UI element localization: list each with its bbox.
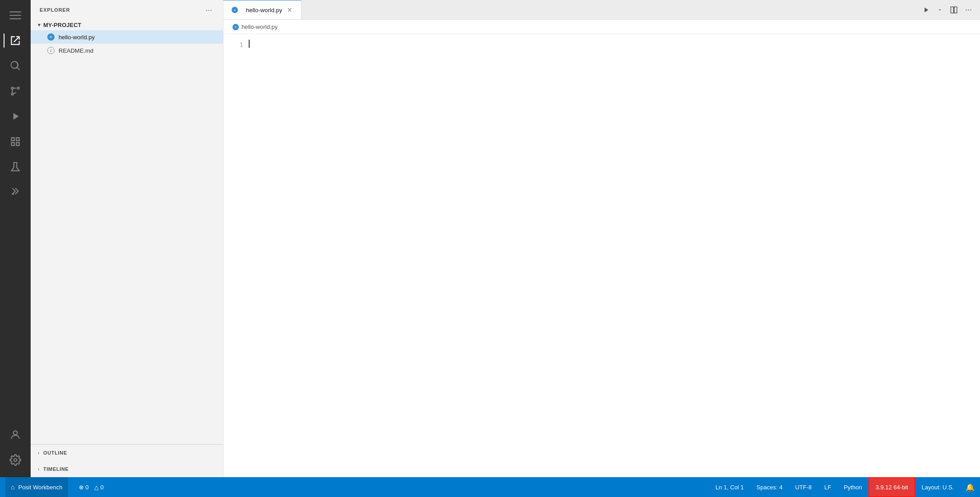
run-button[interactable] [919, 3, 933, 17]
file-name-readme: README.md [59, 47, 93, 54]
project-chevron-icon: ▾ [38, 22, 41, 28]
status-bar: ⌂ Posit Workbench ⊗ 0 △ 0 Ln 1, Col 1 Sp… [0, 477, 980, 497]
explorer-icon[interactable] [4, 29, 27, 52]
sidebar-header: EXPLORER ··· [31, 0, 223, 20]
remote-icon[interactable] [4, 180, 27, 204]
tab-bar: ≈ hello-world.py ✕ [223, 0, 980, 20]
settings-icon[interactable] [4, 448, 27, 472]
file-list: ≈ hello-world.py i README.md [31, 30, 223, 57]
tab-hello-world[interactable]: ≈ hello-world.py ✕ [223, 0, 301, 19]
svg-point-4 [17, 87, 19, 89]
extensions-icon[interactable] [4, 130, 27, 153]
cursor-line [249, 40, 980, 48]
status-python-version[interactable]: 3.9.12 64-bit [868, 477, 915, 497]
project-section: ▾ MY-PROJECT ≈ hello-world.py i REA [31, 20, 223, 57]
code-area[interactable] [249, 34, 980, 477]
source-control-icon[interactable] [4, 79, 27, 103]
warning-icon: △ [94, 484, 99, 491]
breadcrumb-filename[interactable]: hello-world.py [242, 23, 278, 30]
error-icon: ⊗ [79, 484, 84, 491]
run-dropdown-button[interactable] [934, 5, 945, 15]
status-errors: ⊗ 0 △ 0 [75, 484, 107, 491]
timeline-label: TIMELINE [43, 466, 69, 472]
sidebar-title: EXPLORER [40, 7, 70, 13]
text-cursor [249, 40, 250, 48]
activity-bar-bottom [4, 423, 27, 477]
status-line-ending[interactable]: LF [818, 477, 838, 497]
status-layout[interactable]: Layout: U.S. [915, 477, 960, 497]
bell-icon[interactable]: 🔔 [960, 477, 980, 497]
more-actions-button[interactable]: ··· [962, 2, 975, 17]
breadcrumb-bar: ≈ hello-world.py [223, 20, 980, 34]
account-icon[interactable] [4, 423, 27, 446]
warning-count-value: 0 [100, 484, 104, 491]
svg-rect-1 [9, 15, 21, 16]
breadcrumb-python-icon: ≈ [232, 24, 239, 30]
warning-count[interactable]: △ 0 [94, 484, 104, 491]
outline-chevron-icon: › [38, 451, 40, 456]
line-numbers: 1 [223, 34, 249, 477]
svg-point-8 [14, 459, 17, 462]
error-count-value: 0 [86, 484, 89, 491]
hamburger-menu-icon[interactable] [4, 4, 27, 27]
editor-area: ≈ hello-world.py ✕ [223, 0, 980, 477]
posit-workbench-status[interactable]: ⌂ Posit Workbench [5, 477, 68, 497]
status-language[interactable]: Python [838, 477, 868, 497]
svg-point-7 [14, 431, 18, 435]
sidebar-more-button[interactable]: ··· [204, 4, 214, 17]
line-number-1: 1 [223, 40, 243, 50]
tab-close-button[interactable]: ✕ [286, 6, 294, 14]
status-left: ⌂ Posit Workbench ⊗ 0 △ 0 [0, 477, 107, 497]
readme-file-icon: i [47, 46, 55, 55]
timeline-chevron-icon: › [38, 467, 40, 472]
status-spaces[interactable]: Spaces: 4 [750, 477, 789, 497]
split-editor-button[interactable] [947, 3, 961, 17]
outline-label: OUTLINE [43, 450, 67, 456]
tab-python-icon: ≈ [231, 6, 239, 14]
file-item-hello-world[interactable]: ≈ hello-world.py [31, 30, 223, 44]
outline-section-header[interactable]: › OUTLINE [31, 445, 223, 461]
file-name-hello-world: hello-world.py [59, 34, 95, 41]
status-encoding[interactable]: UTF-8 [789, 477, 818, 497]
tab-bar-actions: ··· [919, 2, 980, 17]
status-right: Ln 1, Col 1 Spaces: 4 UTF-8 LF Python 3.… [709, 477, 980, 497]
activity-bar-top [4, 4, 27, 423]
svg-point-3 [11, 93, 13, 95]
project-header[interactable]: ▾ MY-PROJECT [31, 20, 223, 30]
sidebar-content: ▾ MY-PROJECT ≈ hello-world.py i REA [31, 20, 223, 444]
search-icon[interactable] [4, 54, 27, 78]
file-item-readme[interactable]: i README.md [31, 44, 223, 57]
timeline-section-header[interactable]: › TIMELINE [31, 461, 223, 477]
error-count[interactable]: ⊗ 0 [79, 484, 89, 491]
activity-bar [0, 0, 31, 477]
python-file-icon: ≈ [47, 33, 55, 41]
lab-icon[interactable] [4, 155, 27, 179]
sidebar: EXPLORER ··· ▾ MY-PROJECT ≈ hello-world.… [31, 0, 223, 477]
project-name: MY-PROJECT [43, 22, 82, 28]
editor-content[interactable]: 1 [223, 34, 980, 477]
sidebar-bottom: › OUTLINE › TIMELINE [31, 444, 223, 477]
posit-workbench-label: Posit Workbench [18, 484, 62, 491]
tab-label: hello-world.py [246, 7, 282, 14]
run-debug-icon[interactable] [4, 105, 27, 128]
svg-rect-2 [9, 18, 21, 19]
posit-home-icon: ⌂ [11, 483, 14, 491]
status-line-col[interactable]: Ln 1, Col 1 [709, 477, 750, 497]
svg-rect-0 [9, 11, 21, 12]
svg-point-5 [11, 87, 13, 89]
